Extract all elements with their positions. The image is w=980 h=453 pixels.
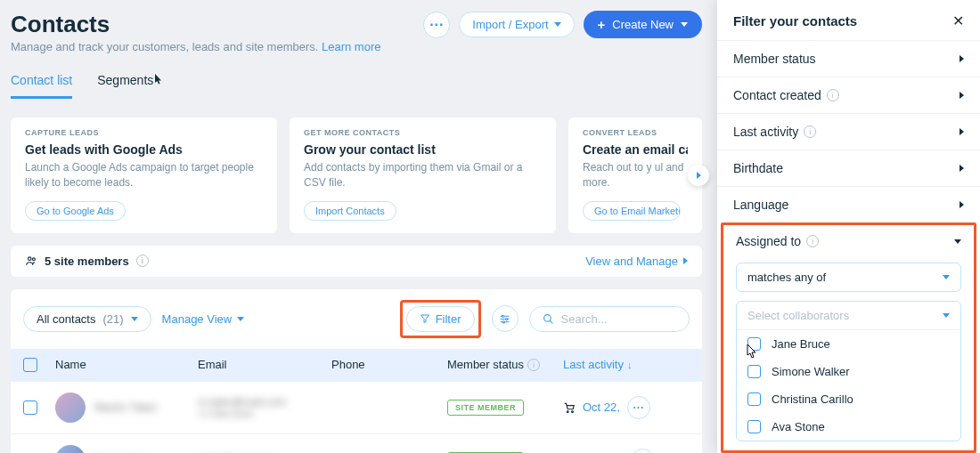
all-contacts-dropdown[interactable]: All contacts (21) — [23, 306, 151, 332]
option-checkbox[interactable] — [747, 365, 761, 378]
info-icon[interactable]: i — [136, 255, 149, 267]
chevron-right-icon — [683, 257, 688, 264]
svg-point-11 — [572, 410, 574, 412]
more-actions-button[interactable]: ··· — [423, 12, 450, 38]
chevron-down-icon — [681, 22, 688, 27]
svg-point-1 — [32, 258, 35, 261]
option-label: Christina Carillo — [772, 392, 853, 406]
chevron-down-icon — [554, 22, 561, 27]
svg-point-5 — [502, 315, 503, 317]
svg-point-0 — [29, 257, 32, 261]
manage-view-link[interactable]: Manage View — [162, 312, 245, 326]
filter-icon — [420, 313, 430, 324]
go-to-google-ads-button[interactable]: Go to Google Ads — [25, 201, 126, 221]
search-icon — [543, 313, 554, 325]
contact-name: Martin Talen — [94, 400, 158, 414]
go-to-email-marketing-button[interactable]: Go to Email Marketing — [583, 201, 681, 221]
column-status[interactable]: Member status i — [447, 358, 563, 371]
option-checkbox[interactable] — [747, 392, 761, 406]
members-icon — [25, 255, 37, 267]
collaborator-option[interactable]: Christina Carillo — [737, 385, 960, 413]
contact-email: m.talen@mail.com — [198, 396, 331, 409]
chevron-right-icon — [960, 92, 964, 99]
row-checkbox[interactable] — [23, 400, 37, 415]
chevron-down-icon — [237, 317, 244, 321]
more-icon: ··· — [429, 17, 444, 33]
card-tag: CONVERT LEADS — [583, 128, 688, 137]
search-input[interactable] — [561, 312, 676, 326]
filter-language[interactable]: Language — [717, 186, 980, 222]
filter-contact-created[interactable]: Contact createdi — [717, 77, 980, 113]
card-title: Create an email ca — [583, 142, 688, 157]
row-more-button[interactable]: ··· — [631, 449, 654, 453]
view-and-manage-link[interactable]: View and Manage — [585, 255, 688, 268]
chevron-right-icon — [960, 128, 964, 135]
option-label: Ava Stone — [772, 420, 825, 433]
info-icon[interactable]: i — [804, 125, 816, 138]
contact-phone: +1 555-0142 — [198, 409, 331, 419]
filter-assigned-to[interactable]: Assigned toi — [723, 225, 974, 257]
cards-next-button[interactable] — [688, 165, 709, 186]
option-checkbox[interactable] — [747, 337, 761, 351]
table-row[interactable]: Sarah Lim s.lim@mail.com SITE MEMBER Oct… — [11, 433, 702, 453]
filter-last-activity[interactable]: Last activityi — [717, 113, 980, 150]
filter-button[interactable]: Filter — [406, 306, 475, 332]
chevron-down-icon — [131, 317, 138, 321]
status-badge: SITE MEMBER — [447, 400, 524, 416]
svg-point-6 — [506, 318, 508, 320]
site-members-label: 5 site members — [45, 255, 129, 268]
plus-icon: + — [598, 17, 606, 32]
card-capture-leads: CAPTURE LEADS Get leads with Google Ads … — [11, 117, 277, 233]
filter-member-status[interactable]: Member status — [717, 40, 980, 77]
page-subtitle: Manage and track your customers, leads a… — [11, 40, 380, 53]
avatar — [55, 445, 86, 453]
sliders-icon — [499, 313, 510, 325]
chevron-right-icon — [960, 201, 964, 208]
info-icon[interactable]: i — [806, 235, 819, 247]
chevron-right-icon — [960, 55, 964, 62]
card-desc: Launch a Google Ads campaign to target p… — [25, 160, 263, 190]
filter-panel: Filter your contacts ✕ Member status Con… — [717, 0, 980, 453]
table-row[interactable]: Martin Talen m.talen@mail.com +1 555-014… — [11, 381, 702, 433]
column-email[interactable]: Email — [198, 358, 331, 371]
collaborators-select[interactable]: Select collaborators — [737, 302, 960, 330]
sort-down-icon: ↓ — [627, 360, 633, 370]
option-label: Jane Bruce — [772, 337, 830, 351]
import-export-button[interactable]: Import / Export — [459, 12, 574, 37]
info-icon[interactable]: i — [527, 359, 540, 371]
column-phone[interactable]: Phone — [331, 358, 447, 371]
card-desc: Add contacts by importing them via Gmail… — [304, 160, 542, 190]
collaborator-option[interactable]: Jane Bruce — [737, 330, 960, 358]
option-checkbox[interactable] — [747, 420, 761, 433]
create-new-button[interactable]: + Create New — [584, 11, 702, 38]
import-contacts-button[interactable]: Import Contacts — [304, 201, 396, 221]
page-title: Contacts — [11, 11, 380, 38]
svg-line-9 — [550, 320, 552, 323]
svg-point-10 — [567, 410, 568, 412]
chevron-down-icon — [954, 239, 961, 244]
match-condition-select[interactable]: matches any of — [736, 263, 961, 292]
collaborator-option[interactable]: Simone Walker — [737, 358, 960, 385]
learn-more-link[interactable]: Learn more — [322, 40, 380, 53]
collaborator-option[interactable]: Ava Stone — [737, 413, 960, 441]
card-tag: CAPTURE LEADS — [25, 128, 263, 137]
card-title: Get leads with Google Ads — [25, 142, 263, 157]
tab-contact-list[interactable]: Contact list — [11, 73, 72, 99]
columns-settings-button[interactable] — [492, 305, 519, 332]
info-icon[interactable]: i — [827, 89, 839, 101]
svg-point-7 — [502, 320, 504, 322]
cursor-pointer-icon — [155, 74, 163, 85]
close-icon[interactable]: ✕ — [952, 12, 964, 29]
column-name[interactable]: Name — [55, 358, 198, 371]
select-all-checkbox[interactable] — [23, 358, 37, 372]
avatar — [55, 392, 86, 423]
filter-birthdate[interactable]: Birthdate — [717, 150, 980, 186]
chevron-right-icon — [960, 165, 964, 172]
column-activity[interactable]: Last activity ↓ — [563, 358, 670, 371]
tab-segments[interactable]: Segments — [97, 73, 163, 99]
chevron-down-icon — [943, 275, 950, 279]
card-tag: GET MORE CONTACTS — [304, 128, 542, 137]
row-more-button[interactable]: ··· — [627, 396, 650, 419]
card-desc: Reach out to y ul and more. — [583, 160, 688, 190]
search-input-wrapper[interactable] — [529, 306, 690, 332]
